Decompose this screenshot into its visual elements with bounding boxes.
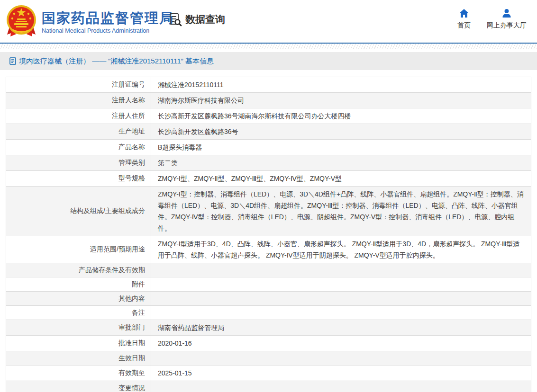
row-label: 备注 [6,306,151,320]
row-label: 适用范围/预期用途 [6,236,151,263]
person-icon [501,9,512,18]
table-row-cert-number: 注册证编号 湘械注准20152110111 [6,77,531,92]
table-row-remarks: 备注 [6,305,531,320]
row-value [151,277,531,291]
table-row-registrant-name: 注册人名称 湖南海尔斯医疗科技有限公司 [6,92,531,108]
row-value: 长沙高新开发区麓枫路36号湖南海尔斯科技有限公司办公大楼四楼 [151,108,531,124]
home-icon [459,9,469,18]
row-label: 注册证编号 [6,77,151,92]
row-label: 产品储存条件及有效期 [6,263,151,277]
table-row-management-class: 管理类别 第二类 [6,155,531,170]
row-value [151,292,531,305]
row-label: 有效期至 [6,365,151,381]
row-label: 审批部门 [6,320,151,335]
table-row-storage-validity: 产品储存条件及有效期 [6,263,531,277]
table-row-expiry-date: 有效期至 2025-01-15 [6,365,531,381]
table-row-approval-department: 审批部门 湖南省药品监督管理局 [6,320,531,335]
row-value: 2025-01-15 [151,365,531,381]
row-label: 批准日期 [6,336,151,351]
org-name-cn: 国家药品监督管理局 [42,10,174,26]
row-label: 结构及组成/主要组成成分 [6,187,151,236]
row-value: 第二类 [151,155,531,170]
table-row-production-address: 生产地址 长沙高新开发区麓枫路36号 [6,124,531,139]
top-nav: 首页 网上办事大厅 [457,9,527,30]
row-label: 附件 [6,277,151,291]
row-label: 其他内容 [6,292,151,305]
row-value: 湘械注准20152110111 [151,77,531,92]
org-name-en: National Medical Products Administration [42,27,174,34]
row-label: 注册人名称 [6,93,151,108]
document-icon [9,57,16,65]
table-row-structure-composition: 结构及组成/主要组成成分 ZMQY-Ⅰ型：控制器、消毒组件（LED）、电源、3D… [6,186,531,236]
table-row-registrant-address: 注册人住所 长沙高新开发区麓枫路36号湖南海尔斯科技有限公司办公大楼四楼 [6,108,531,124]
data-query-title: 数据查询 [168,12,225,27]
nav-online-hall[interactable]: 网上办事大厅 [487,9,527,30]
row-value: ZMQY-Ⅰ型：控制器、消毒组件（LED）、电源、3D＼4D组件+凸阵、线阵、小… [151,187,531,236]
row-value [151,306,531,320]
row-value [151,381,531,392]
row-value: ZMQY-Ⅰ型、ZMQY-Ⅱ型、ZMQY-Ⅲ型、ZMQY-Ⅳ型、ZMQY-V型 [151,171,531,186]
row-label: 变更情况 [6,381,151,392]
table-row-change-status: 变更情况 [6,381,531,392]
data-query-icon [168,12,182,27]
row-label: 管理类别 [6,155,151,170]
nav-hall-label: 网上办事大厅 [487,21,527,30]
breadcrumb-text: 境内医疗器械（注册） —— “湘械注准20152110111” 基本信息 [19,57,214,66]
row-value: ZMQY-Ⅰ型适用于3D、4D、凸阵、线阵、小器官、扇形超声探头。 ZMQY-Ⅱ… [151,236,531,263]
row-label: 型号规格 [6,171,151,186]
site-logo[interactable]: 国家药品监督管理局 National Medical Products Admi… [6,4,174,39]
row-value [151,263,531,277]
row-label: 产品名称 [6,140,151,155]
table-row-other-content: 其他内容 [6,291,531,305]
table-row-product-name: 产品名称 B超探头消毒器 [6,139,531,155]
registration-info-table: 注册证编号 湘械注准20152110111 注册人名称 湖南海尔斯医疗科技有限公… [6,77,531,392]
row-value: 湖南海尔斯医疗科技有限公司 [151,93,531,108]
national-emblem-icon [6,4,37,39]
row-value: 2020-01-16 [151,336,531,351]
table-row-approval-date: 批准日期 2020-01-16 [6,335,531,351]
row-value: 长沙高新开发区麓枫路36号 [151,124,531,139]
table-row-intended-use: 适用范围/预期用途 ZMQY-Ⅰ型适用于3D、4D、凸阵、线阵、小器官、扇形超声… [6,236,531,263]
row-value [151,351,531,365]
row-value: B超探头消毒器 [151,140,531,155]
row-value: 湖南省药品监督管理局 [151,320,531,335]
hatch-band [0,44,537,49]
data-query-label: 数据查询 [185,13,225,26]
nav-home[interactable]: 首页 [457,9,471,30]
breadcrumb: 境内医疗器械（注册） —— “湘械注准20152110111” 基本信息 [0,52,537,70]
table-row-attachment: 附件 [6,277,531,291]
table-row-model-spec: 型号规格 ZMQY-Ⅰ型、ZMQY-Ⅱ型、ZMQY-Ⅲ型、ZMQY-Ⅳ型、ZMQ… [6,170,531,186]
page-header: 国家药品监督管理局 National Medical Products Admi… [0,0,537,43]
table-row-effective-date: 生效日期 [6,351,531,365]
row-label: 生效日期 [6,351,151,365]
nav-home-label: 首页 [457,21,471,30]
row-label: 注册人住所 [6,108,151,124]
row-label: 生产地址 [6,124,151,139]
